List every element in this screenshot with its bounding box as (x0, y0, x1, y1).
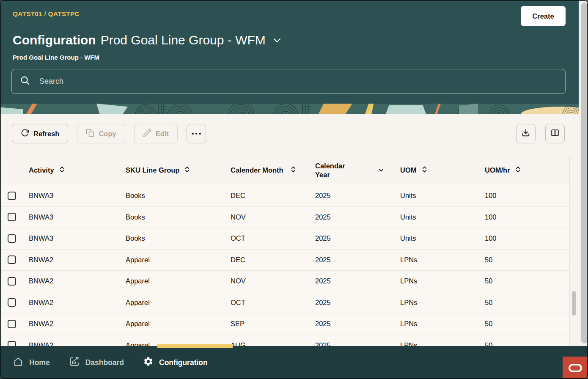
cell-uom-hr: 50 (485, 320, 569, 328)
cell-uom: LPNs (400, 320, 485, 328)
row-checkbox[interactable] (8, 341, 16, 346)
search-input[interactable] (39, 77, 558, 86)
cell-sku: Books (126, 234, 231, 242)
cell-year: 2025 (315, 341, 400, 346)
cell-uom-hr: 50 (485, 299, 569, 307)
cell-sku: Apparel (126, 277, 231, 285)
window-scrollbar-thumb[interactable] (581, 3, 587, 343)
row-checkbox[interactable] (8, 192, 16, 200)
columns-icon (550, 128, 560, 139)
cell-uom-hr: 100 (485, 192, 569, 200)
home-icon (13, 356, 24, 369)
cell-activity: BNWA2 (29, 320, 126, 328)
cell-year: 2025 (315, 213, 400, 221)
cell-year: 2025 (315, 256, 400, 264)
oracle-o-mark (569, 364, 582, 372)
table-row[interactable]: BNWA3 Books OCT 2025 Units 100 (0, 228, 569, 250)
cell-activity: BNWA2 (29, 277, 126, 285)
more-actions-button[interactable] (187, 124, 206, 143)
chevron-down-icon[interactable] (272, 34, 282, 48)
download-button[interactable] (516, 124, 536, 143)
app-window: QATST01 / QATSTPC Create Configuration P… (0, 0, 588, 379)
cell-month: DEC (231, 256, 315, 264)
column-label: SKU Line Group (126, 166, 179, 175)
configuration-icon (143, 356, 154, 369)
sort-icon[interactable] (184, 165, 190, 176)
nav-label: Dashboard (85, 358, 124, 367)
cell-uom: LPNs (400, 341, 485, 346)
cell-sku: Apparel (126, 320, 231, 328)
refresh-icon (21, 129, 29, 139)
table-header-row: Activity SKU Line Group Calender Month C… (0, 156, 569, 185)
column-header-calender-month[interactable]: Calender Month (231, 165, 315, 176)
cell-sku: Books (126, 213, 231, 221)
edit-button[interactable]: Edit (134, 124, 178, 143)
nav-item-home[interactable]: Home (13, 356, 50, 369)
row-checkbox[interactable] (8, 277, 16, 286)
search-icon (19, 75, 31, 88)
sort-icon[interactable] (515, 165, 521, 176)
sort-icon[interactable] (291, 165, 296, 176)
cell-year: 2025 (315, 234, 400, 242)
nav-item-configuration[interactable]: Configuration (143, 356, 208, 369)
sort-down-icon[interactable] (378, 166, 385, 175)
edit-label: Edit (156, 130, 169, 138)
row-checkbox[interactable] (8, 298, 16, 307)
copy-button[interactable]: Copy (77, 124, 125, 143)
cell-month: SEP (231, 320, 315, 328)
edit-icon (143, 129, 151, 139)
breadcrumb[interactable]: QATST01 / QATSTPC (13, 10, 80, 18)
cell-activity: BNWA3 (29, 213, 126, 221)
create-button[interactable]: Create (521, 6, 566, 26)
window-scrollbar-track[interactable] (579, 0, 588, 346)
column-header-activity[interactable]: Activity (29, 165, 126, 176)
table-row[interactable]: BNWA2 Apparel DEC 2025 LPNs 50 (0, 250, 569, 271)
columns-button[interactable] (545, 124, 565, 143)
decorative-banner (0, 104, 579, 114)
cell-sku: Apparel (126, 256, 231, 264)
column-label: UOM/hr (485, 166, 510, 175)
cell-month: OCT (231, 234, 315, 242)
search-box[interactable] (11, 69, 566, 94)
cell-activity: BNWA2 (29, 341, 126, 346)
page-title-name: Prod Goal Line Group - WFM (101, 33, 266, 47)
cell-month: NOV (231, 213, 315, 221)
cell-month: AUG (231, 341, 315, 346)
page-title-section: Configuration (13, 33, 96, 47)
table-row[interactable]: BNWA3 Books DEC 2025 Units 100 (0, 185, 569, 207)
row-checkbox[interactable] (8, 255, 16, 264)
download-icon (521, 128, 530, 139)
cell-uom-hr: 100 (485, 213, 569, 221)
table-row[interactable]: BNWA2 Apparel AUG 2025 LPNs 50 (0, 335, 569, 346)
content-area: Refresh Copy Edit (0, 114, 579, 346)
column-header-uom[interactable]: UOM (400, 165, 485, 176)
column-header-calendar-year[interactable]: Calendar Year (315, 162, 400, 180)
column-label: UOM (400, 166, 417, 175)
row-checkbox[interactable] (8, 320, 16, 328)
horizontal-scrollbar-thumb[interactable] (157, 344, 233, 348)
oracle-logo[interactable] (563, 357, 588, 379)
table-row[interactable]: BNWA2 Apparel NOV 2025 LPNs 50 (0, 271, 569, 292)
column-header-sku-line-group[interactable]: SKU Line Group (126, 165, 231, 176)
cell-activity: BNWA2 (29, 299, 126, 307)
refresh-label: Refresh (33, 130, 59, 138)
column-label: Activity (29, 166, 54, 175)
row-checkbox[interactable] (8, 234, 16, 243)
table-row[interactable]: BNWA2 Apparel SEP 2025 LPNs 50 (0, 313, 569, 335)
sort-icon[interactable] (422, 165, 427, 176)
table-row[interactable]: BNWA2 Apparel OCT 2025 LPNs 50 (0, 292, 569, 314)
column-header-uom-hr[interactable]: UOM/hr (485, 165, 569, 176)
table-scrollbar-thumb[interactable] (572, 291, 576, 316)
column-label: Calender Month (231, 166, 286, 175)
nav-item-dashboard[interactable]: Dashboard (69, 356, 124, 369)
refresh-button[interactable]: Refresh (12, 124, 68, 143)
row-checkbox[interactable] (8, 213, 16, 221)
bottom-nav: Home Dashboard Configuration (0, 346, 588, 379)
sort-icon[interactable] (59, 165, 65, 176)
cell-uom: LPNs (400, 277, 485, 285)
cell-uom-hr: 100 (485, 234, 569, 242)
toolbar-right (516, 124, 565, 143)
cell-uom-hr: 50 (485, 256, 569, 264)
table-row[interactable]: BNWA3 Books NOV 2025 Units 100 (0, 207, 569, 228)
cell-year: 2025 (315, 320, 400, 328)
